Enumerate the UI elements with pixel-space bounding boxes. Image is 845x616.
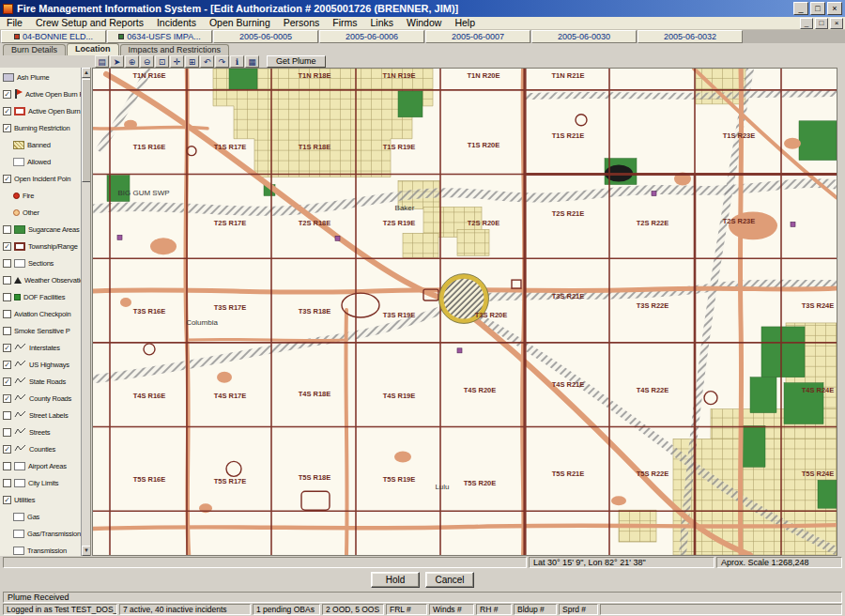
legend-item-street-labels[interactable]: Street Labels xyxy=(0,407,81,424)
legend-item-sections[interactable]: Sections xyxy=(0,254,81,271)
legend-checkbox[interactable] xyxy=(3,479,11,487)
doc-tab-2005-06-0030[interactable]: 2005-06-0030 xyxy=(531,30,637,43)
legend-item-gas-transmission[interactable]: Gas/Transmission xyxy=(0,525,81,542)
menu-item-links[interactable]: Links xyxy=(364,17,401,29)
menu-item-persons[interactable]: Persons xyxy=(277,17,327,29)
doc-tab-2005-06-0006[interactable]: 2005-06-0006 xyxy=(319,30,424,43)
legend-checkbox[interactable]: ✓ xyxy=(3,361,11,369)
legend-checkbox[interactable]: ✓ xyxy=(3,242,11,251)
maximize-button[interactable]: □ xyxy=(810,2,825,15)
print-button[interactable]: ▦ xyxy=(245,55,259,68)
layers-button[interactable]: ▤ xyxy=(95,55,109,68)
legend-checkbox[interactable]: ✓ xyxy=(3,496,11,504)
legend-item-state-roads[interactable]: ✓State Roads xyxy=(0,373,81,390)
legend-checkbox[interactable] xyxy=(3,462,11,470)
legend-checkbox[interactable]: ✓ xyxy=(3,124,11,132)
legend-item-transmission[interactable]: Transmission xyxy=(0,542,81,556)
legend-item-utilities[interactable]: ✓Utilities xyxy=(0,491,81,508)
hold-button[interactable]: Hold xyxy=(371,572,420,588)
legend-checkbox[interactable] xyxy=(3,327,11,335)
legend-item-city-limits[interactable]: City Limits xyxy=(0,474,81,491)
legend-checkbox[interactable]: ✓ xyxy=(3,107,11,116)
legend-item-other[interactable]: Other xyxy=(0,204,81,221)
tab-burn-details[interactable]: Burn Details xyxy=(3,44,66,55)
pan-button[interactable]: ✛ xyxy=(170,55,184,68)
legend-item-active-open-burn-p[interactable]: ✓Active Open Burn P xyxy=(0,102,81,119)
scroll-down-icon[interactable]: ▼ xyxy=(82,546,91,556)
mdi-restore-button[interactable]: □ xyxy=(815,18,828,29)
legend-item-active-open-burn-p[interactable]: ✓Active Open Burn P xyxy=(0,85,81,102)
doc-tab-2005-06-0032[interactable]: 2005-06-0032 xyxy=(638,30,743,43)
legend-item-aviation-checkpoin[interactable]: Aviation Checkpoin xyxy=(0,305,81,322)
legend-item-weather-observatio[interactable]: Weather Observatio xyxy=(0,271,81,288)
legend-item-airport-areas[interactable]: Airport Areas xyxy=(0,457,81,474)
legend-checkbox[interactable]: ✓ xyxy=(3,445,11,454)
legend-checkbox[interactable] xyxy=(3,310,11,318)
full-extent-button[interactable]: ⊞ xyxy=(185,55,199,68)
window-right-border xyxy=(837,68,845,556)
get-plume-button[interactable]: Get Plume xyxy=(267,55,326,68)
legend-checkbox[interactable] xyxy=(3,225,11,234)
tab-location[interactable]: Location xyxy=(67,43,119,55)
doc-tab-04-bonnie-eld[interactable]: 04-BONNIE ELD... xyxy=(1,30,106,43)
zoom-out-button[interactable]: ⊖ xyxy=(140,55,154,68)
legend-item-streets[interactable]: Streets xyxy=(0,424,81,440)
legend-item-burning-restriction[interactable]: ✓Burning Restriction xyxy=(0,119,81,136)
zoom-window-button[interactable]: ⊡ xyxy=(155,55,169,68)
legend-item-sugarcane-areas[interactable]: Sugarcane Areas xyxy=(0,221,81,238)
mdi-minimize-button[interactable]: _ xyxy=(800,18,813,29)
doc-tab-2005-06-0007[interactable]: 2005-06-0007 xyxy=(425,30,530,43)
doc-tab-2005-06-0005[interactable]: 2005-06-0005 xyxy=(213,30,318,43)
scroll-up-icon[interactable]: ▲ xyxy=(82,68,91,78)
legend-checkbox[interactable]: ✓ xyxy=(3,377,11,386)
legend-label: State Roads xyxy=(29,377,66,386)
legend-scrollbar[interactable]: ▲ ▼ xyxy=(81,68,90,556)
menu-item-open-burning[interactable]: Open Burning xyxy=(203,17,277,29)
close-button[interactable]: × xyxy=(827,2,842,15)
menu-item-incidents[interactable]: Incidents xyxy=(150,17,203,29)
township-label: T3S R16E xyxy=(133,307,166,316)
legend-item-interstates[interactable]: ✓Interstates xyxy=(0,339,81,356)
legend-item-gas[interactable]: Gas xyxy=(0,508,81,525)
legend-item-open-incident-poin[interactable]: ✓Open Incident Poin xyxy=(0,170,81,187)
legend-item-banned[interactable]: Banned xyxy=(0,136,81,153)
legend-item-ash-plume[interactable]: Ash Plume xyxy=(0,69,81,85)
tab-impacts-and-restrictions[interactable]: Impacts and Restrictions xyxy=(120,44,230,55)
menu-item-crew-setup-and-reports[interactable]: Crew Setup and Reports xyxy=(29,17,150,29)
legend-checkbox[interactable]: ✓ xyxy=(3,175,11,183)
township-label: T5S R20E xyxy=(464,479,497,487)
legend-checkbox[interactable]: ✓ xyxy=(3,344,11,352)
select-pointer-button[interactable]: ➤ xyxy=(110,55,124,68)
doc-tab-0634-usfs-impa[interactable]: 0634-USFS IMPA... xyxy=(107,30,212,43)
legend-item-dof-facilities[interactable]: DOF Facilities xyxy=(0,288,81,305)
legend-item-allowed[interactable]: Allowed xyxy=(0,153,81,170)
legend-item-fire[interactable]: Fire xyxy=(0,187,81,204)
legend-item-counties[interactable]: ✓Counties xyxy=(0,440,81,457)
zoom-in-button[interactable]: ⊕ xyxy=(125,55,139,68)
legend-item-county-roads[interactable]: ✓County Roads xyxy=(0,390,81,407)
next-extent-button[interactable]: ↷ xyxy=(215,55,229,68)
legend-item-us-highways[interactable]: ✓US Highways xyxy=(0,356,81,373)
legend-checkbox[interactable]: ✓ xyxy=(3,90,11,99)
menu-item-firms[interactable]: Firms xyxy=(326,17,363,29)
previous-extent-button[interactable]: ↶ xyxy=(200,55,214,68)
legend-checkbox[interactable] xyxy=(3,293,11,301)
minimize-button[interactable]: _ xyxy=(793,2,808,15)
scrollbar-thumb[interactable] xyxy=(82,79,91,182)
doc-tab-label: 2005-06-0005 xyxy=(239,32,292,41)
legend-checkbox[interactable] xyxy=(3,259,11,268)
legend-checkbox[interactable] xyxy=(3,428,11,437)
legend-checkbox[interactable] xyxy=(3,411,11,420)
legend-checkbox[interactable] xyxy=(3,276,11,285)
menu-item-file[interactable]: File xyxy=(0,17,29,29)
menu-item-window[interactable]: Window xyxy=(400,17,448,29)
legend-checkbox[interactable]: ✓ xyxy=(3,394,11,403)
township-label: T5S R22E xyxy=(637,470,669,478)
map-canvas[interactable]: T1N R16ET1N R18ET1N R19ET1N R20ET1N R21E… xyxy=(93,69,837,555)
cancel-button[interactable]: Cancel xyxy=(425,572,474,588)
legend-item-smoke-sensitive-p[interactable]: Smoke Sensitive P xyxy=(0,322,81,339)
mdi-close-button[interactable]: × xyxy=(830,18,843,29)
identify-info-button[interactable]: ℹ xyxy=(230,55,244,68)
menu-item-help[interactable]: Help xyxy=(448,17,482,29)
legend-item-township-range[interactable]: ✓Township/Range xyxy=(0,238,81,254)
